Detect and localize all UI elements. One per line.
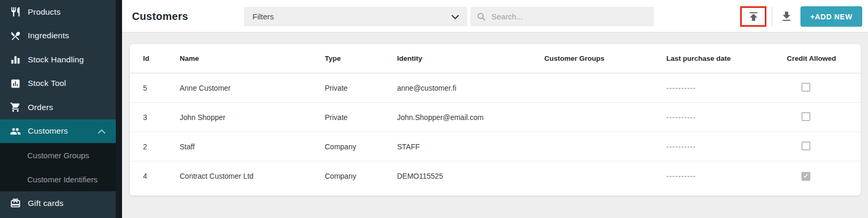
cell-identity: DEMO115525 bbox=[384, 172, 531, 180]
sidebar-item-customer-identifiers[interactable]: Customer Identifiers bbox=[0, 167, 116, 191]
sidebar-item-orders[interactable]: Orders bbox=[0, 95, 116, 119]
customers-table: Id Name Type Identity Customer Groups La… bbox=[130, 44, 861, 195]
sidebar-subitem-label: Customer Groups bbox=[27, 151, 89, 160]
sidebar-item-products[interactable]: Products bbox=[0, 0, 116, 24]
page-header: Customers Filters +ADD NEW bbox=[122, 0, 868, 32]
cell-name: Contract Customer Ltd bbox=[167, 172, 312, 180]
sidebar-edge-strip bbox=[116, 0, 122, 218]
table-row[interactable]: 5 Anne Customer Private anne@customer.fi… bbox=[130, 73, 861, 103]
search-input[interactable] bbox=[491, 12, 647, 21]
column-header-credit-allowed: Credit Allowed bbox=[774, 54, 861, 62]
cell-id: 5 bbox=[130, 84, 167, 92]
credit-allowed-checkbox[interactable] bbox=[801, 172, 810, 181]
chevron-up-icon bbox=[98, 126, 105, 136]
cell-last-purchase-date: ---------- bbox=[653, 84, 774, 92]
column-header-identity: Identity bbox=[384, 54, 531, 62]
sidebar-item-label: Products bbox=[28, 7, 61, 17]
column-header-id: Id bbox=[130, 54, 167, 62]
cell-credit-allowed bbox=[774, 83, 861, 93]
table-row[interactable]: 4 Contract Customer Ltd Company DEMO1155… bbox=[130, 161, 861, 191]
main-content: Customers Filters +ADD NEW Id Name Type bbox=[122, 0, 868, 218]
cell-name: Anne Customer bbox=[167, 84, 312, 92]
cell-credit-allowed bbox=[774, 112, 861, 123]
column-header-customer-groups: Customer Groups bbox=[531, 54, 653, 62]
bar-chart-icon bbox=[9, 53, 21, 66]
cell-credit-allowed bbox=[774, 141, 861, 152]
search-icon bbox=[477, 12, 486, 21]
header-divider bbox=[772, 7, 772, 26]
sidebar-item-label: Ingredients bbox=[28, 31, 69, 40]
cell-name: John Shopper bbox=[167, 113, 312, 122]
cell-type: Company bbox=[312, 143, 384, 151]
cell-credit-allowed bbox=[774, 171, 861, 181]
sidebar-item-label: Stock Tool bbox=[28, 79, 66, 88]
cell-type: Private bbox=[312, 84, 384, 92]
sidebar-item-ingredients[interactable]: Ingredients bbox=[0, 24, 116, 48]
cell-identity: STAFF bbox=[384, 143, 531, 151]
sidebar-item-label: Customers bbox=[28, 126, 68, 136]
cell-id: 4 bbox=[130, 172, 167, 180]
credit-allowed-checkbox[interactable] bbox=[801, 141, 810, 150]
cell-type: Company bbox=[312, 172, 384, 180]
sidebar: Products Ingredients Stock Handling Stoc… bbox=[0, 0, 116, 218]
column-header-name: Name bbox=[167, 54, 312, 62]
cell-id: 3 bbox=[130, 113, 167, 122]
page-title: Customers bbox=[132, 10, 188, 22]
sidebar-item-label: Orders bbox=[28, 103, 53, 112]
gift-icon bbox=[9, 197, 21, 210]
sidebar-subitem-label: Customer Identifiers bbox=[27, 175, 97, 184]
people-icon bbox=[9, 125, 21, 137]
sidebar-item-stock-tool[interactable]: Stock Tool bbox=[0, 72, 116, 96]
cell-last-purchase-date: ---------- bbox=[653, 143, 774, 151]
upload-icon bbox=[747, 10, 760, 23]
cell-last-purchase-date: ---------- bbox=[653, 113, 774, 122]
table-header-row: Id Name Type Identity Customer Groups La… bbox=[130, 44, 861, 73]
chart-box-icon bbox=[9, 77, 21, 90]
table-row[interactable]: 2 Staff Company STAFF ---------- bbox=[130, 132, 861, 161]
column-header-type: Type bbox=[312, 54, 384, 62]
customers-submenu: Customer Groups Customer Identifiers bbox=[0, 143, 116, 191]
table-row[interactable]: 3 John Shopper Private John.Shopper@emai… bbox=[130, 103, 861, 132]
sidebar-item-label: Gift cards bbox=[28, 199, 63, 208]
sidebar-item-label: Stock Handling bbox=[28, 55, 84, 64]
search-box bbox=[470, 7, 654, 26]
cell-name: Staff bbox=[167, 143, 312, 151]
upload-button[interactable] bbox=[747, 10, 760, 23]
cell-identity: John.Shopper@email.com bbox=[384, 113, 531, 122]
cell-id: 2 bbox=[130, 143, 167, 151]
sidebar-item-gift-cards[interactable]: Gift cards bbox=[0, 191, 116, 215]
cell-last-purchase-date: ---------- bbox=[653, 172, 774, 180]
cell-identity: anne@customer.fi bbox=[384, 84, 531, 92]
filters-label: Filters bbox=[252, 12, 452, 21]
credit-allowed-checkbox[interactable] bbox=[801, 112, 810, 121]
download-button[interactable] bbox=[778, 9, 794, 24]
restaurant-icon bbox=[9, 6, 21, 18]
sidebar-item-customers[interactable]: Customers bbox=[0, 119, 116, 144]
credit-allowed-checkbox[interactable] bbox=[801, 83, 810, 92]
filters-dropdown[interactable]: Filters bbox=[244, 7, 467, 26]
download-icon bbox=[780, 10, 793, 23]
sidebar-item-stock-handling[interactable]: Stock Handling bbox=[0, 48, 116, 72]
cart-icon bbox=[9, 101, 21, 114]
column-header-last-purchase-date: Last purchase date bbox=[653, 54, 774, 62]
chevron-down-icon bbox=[452, 12, 459, 21]
utensils-crossed-icon bbox=[9, 29, 21, 42]
cell-type: Private bbox=[312, 113, 384, 122]
add-new-button[interactable]: +ADD NEW bbox=[800, 6, 862, 27]
sidebar-item-customer-groups[interactable]: Customer Groups bbox=[0, 143, 116, 167]
upload-button-highlight bbox=[740, 6, 766, 27]
